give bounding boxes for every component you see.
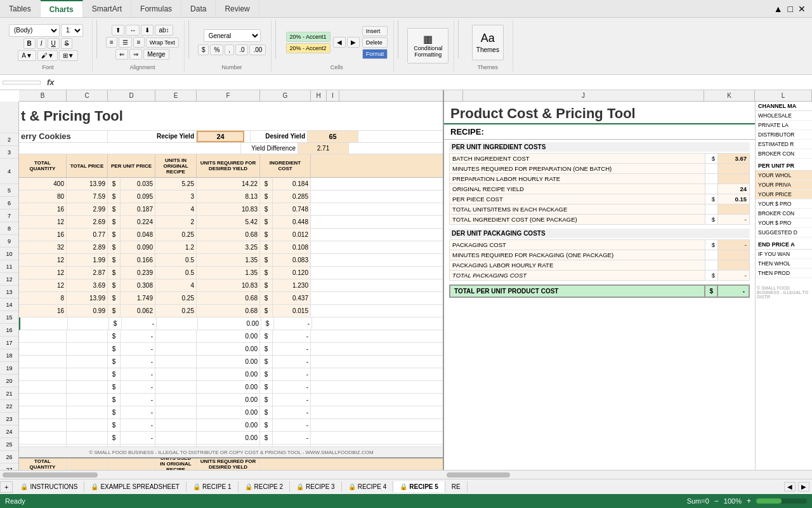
align-bottom-btn[interactable]: ⬇: [141, 25, 154, 36]
tab-charts[interactable]: Charts: [41, 0, 83, 17]
zoom-out-btn[interactable]: −: [714, 497, 719, 505]
add-sheet-btn[interactable]: +: [0, 481, 13, 493]
close-btn[interactable]: ✕: [797, 3, 807, 15]
dec-inc-btn[interactable]: .0: [235, 44, 248, 55]
indent-inc-btn[interactable]: ⇒: [129, 49, 142, 60]
percent-btn[interactable]: %: [210, 44, 223, 55]
tab-example[interactable]: 🔒 EXAMPLE SPREADSHEET: [84, 481, 186, 492]
tab-recipe4[interactable]: 🔒 RECIPE 4: [342, 481, 394, 492]
data-rows: 400 13.99 $ 0.035 5.25 14.22 $ 0.184 80 …: [19, 178, 443, 446]
accent1-btn[interactable]: 20% - Accent1: [286, 32, 331, 42]
tab-recipe3[interactable]: 🔒 RECIPE 3: [290, 481, 342, 492]
delete-btn[interactable]: Delete: [362, 37, 388, 48]
ingredient-value-3[interactable]: [718, 174, 750, 184]
packaging-value-2[interactable]: [718, 250, 750, 260]
recipe-yield-value[interactable]: 24: [197, 131, 244, 142]
align-center-btn[interactable]: ☰: [119, 37, 132, 48]
table-row: 16 2.99 $ 0.187 4 10.83 $ 0.748: [19, 203, 443, 216]
zoom-slider[interactable]: [756, 498, 807, 504]
tab-re-label: RE: [452, 483, 461, 490]
col-header-c: C: [67, 90, 108, 101]
tab-smartart[interactable]: SmartArt: [83, 0, 131, 17]
ingredient-row-2: MINUTES REQUIRED FOR PREPARATION (ONE BA…: [450, 164, 750, 174]
format-btn[interactable]: Format: [362, 49, 388, 59]
ingredient-dollar-1: $: [705, 154, 718, 164]
header-ingredient-cost: INGREDIENT COST: [260, 154, 311, 177]
maximize-btn[interactable]: □: [787, 3, 794, 15]
strikethrough-btn[interactable]: S: [61, 38, 73, 49]
h-scrollbar-area[interactable]: [0, 470, 812, 479]
tab-recipe5[interactable]: 🔒 RECIPE 5: [393, 481, 445, 492]
number-format-select[interactable]: General: [204, 29, 261, 42]
minimize-btn[interactable]: ▲: [773, 3, 784, 15]
underline-btn[interactable]: U: [48, 38, 60, 49]
col-header-i: I: [327, 90, 339, 101]
conditional-formatting-btn[interactable]: ▦ Conditional Formatting: [407, 28, 449, 64]
separator-2: [188, 20, 189, 58]
end-price-title: END PRICE A: [756, 240, 812, 250]
dec-dec-btn[interactable]: .00: [249, 44, 266, 55]
align-middle-btn[interactable]: ↔: [126, 25, 140, 36]
indent-dec-btn[interactable]: ⇐: [115, 49, 128, 60]
ribbon-group-font: (Body) 11 B I U S A▼ 🖌▼ ⊞▼: [4, 20, 93, 72]
currency-btn[interactable]: $: [198, 44, 209, 55]
tab-recipe2[interactable]: 🔒 RECIPE 2: [239, 481, 291, 492]
table-row: $ - 0.00 $ -: [19, 394, 443, 406]
scroll-right-btn[interactable]: ▶: [347, 37, 360, 48]
scroll-left-btn[interactable]: ◀: [333, 37, 346, 48]
desired-yield-value[interactable]: 65: [308, 131, 358, 142]
separator-5: [458, 20, 459, 58]
ingredient-value-6[interactable]: [718, 204, 750, 215]
tab-data[interactable]: Data: [181, 0, 216, 17]
table-row: $ - 0.00 $ -: [19, 381, 443, 394]
merge-btn[interactable]: Merge: [143, 49, 169, 60]
tab-recipe1[interactable]: 🔒 RECIPE 1: [187, 481, 239, 492]
pup-broker-con: BROKER CON: [756, 209, 812, 218]
tab-re[interactable]: RE: [445, 481, 468, 492]
themes-btn[interactable]: Aa Themes: [472, 25, 504, 60]
separator-3: [275, 20, 276, 58]
ingredient-value-2[interactable]: [718, 164, 750, 174]
channel-sidebar: CHANNEL MA WHOLESALE PRIVATE LA DISTRIBU…: [755, 102, 812, 470]
ribbon-tabs: Tables Charts SmartArt Formulas Data Rev…: [0, 0, 812, 18]
packaging-value-1[interactable]: -: [718, 240, 750, 250]
bold-btn[interactable]: B: [23, 38, 36, 49]
align-top-btn[interactable]: ⬆: [112, 25, 124, 36]
channel-wholesale: WHOLESALE: [756, 111, 812, 121]
ingredient-dollar-5: $: [705, 194, 718, 204]
formula-input[interactable]: [61, 79, 809, 86]
ingredient-value-1[interactable]: 3.67: [718, 154, 750, 164]
tab-instructions[interactable]: 🔒 INSTRUCTIONS: [14, 481, 84, 492]
borders-btn[interactable]: ⊞▼: [59, 50, 78, 61]
separator-4: [398, 20, 398, 58]
tab-formulas[interactable]: Formulas: [131, 0, 181, 17]
insert-btn[interactable]: Insert: [362, 26, 388, 36]
comma-btn[interactable]: ,: [225, 44, 234, 55]
font-color-btn[interactable]: A▼: [18, 50, 36, 61]
table-row: $ - 0.00 $ -: [19, 419, 443, 432]
italic-btn[interactable]: I: [37, 38, 46, 49]
zoom-in-btn[interactable]: +: [747, 497, 751, 505]
accent2-btn[interactable]: 20% - Accent2: [286, 43, 331, 53]
total-cost-label: TOTAL PER UNIT PRODUCT COST: [450, 285, 705, 297]
cell-reference-box[interactable]: [3, 81, 41, 84]
align-left-btn[interactable]: ≡: [106, 37, 117, 48]
h-scrollbar-thumb[interactable]: [3, 472, 98, 478]
packaging-value-3[interactable]: [718, 260, 750, 271]
font-size-select[interactable]: 11: [61, 24, 83, 37]
orientation-btn[interactable]: ab↕: [155, 25, 173, 36]
fill-color-btn[interactable]: 🖌▼: [37, 50, 58, 61]
ingredient-row-4: ORIGINAL RECIPE YIELD 24: [450, 184, 750, 194]
channel-private: PRIVATE LA: [756, 121, 812, 130]
align-right-btn[interactable]: ≡: [133, 37, 145, 48]
tab-recipe1-icon: 🔒: [193, 483, 200, 490]
tab-nav-right[interactable]: ▶: [798, 482, 809, 491]
h-scrollbar-thumb-right[interactable]: [447, 472, 510, 478]
table-row: $ - 0.00 $ -: [19, 318, 443, 330]
font-family-select[interactable]: (Body): [9, 24, 60, 37]
table-row: 12 2.87 $ 0.239 0.5 1.35 $ 0.120: [19, 267, 443, 279]
tab-nav-left[interactable]: ◀: [784, 482, 796, 491]
tab-review[interactable]: Review: [216, 0, 259, 17]
wrap-text-btn[interactable]: Wrap Text: [146, 37, 179, 48]
tab-tables[interactable]: Tables: [0, 0, 41, 17]
